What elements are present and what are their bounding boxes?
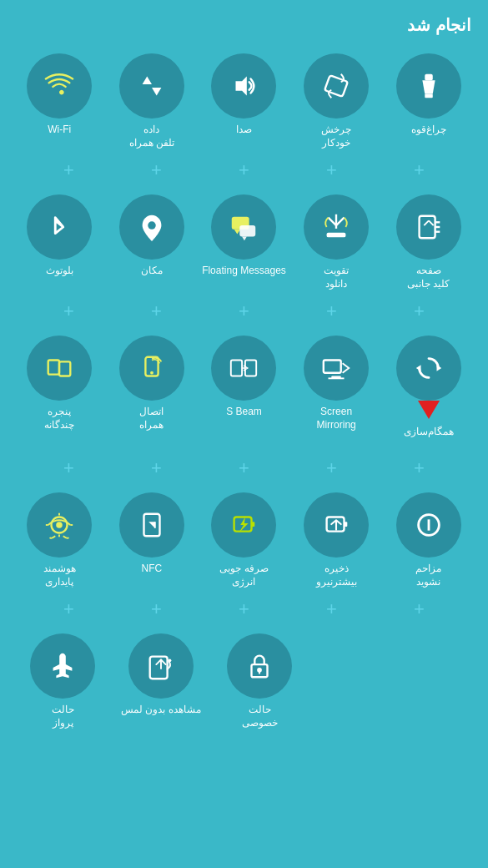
svg-rect-19 [59, 362, 70, 376]
bluetooth-label: بلوتوث [46, 265, 73, 278]
tile-nfc[interactable]: NFC [109, 492, 195, 588]
smart-stay-icon [43, 509, 75, 541]
tile-s-beam[interactable]: S Beam [201, 336, 287, 439]
data-transfer-icon [136, 70, 168, 102]
side-key-circle[interactable] [396, 194, 461, 260]
svg-rect-24 [324, 361, 341, 373]
tile-power-saving[interactable]: صرفه جوییانرژی [201, 492, 287, 588]
private-mode-label: حالتخصوصی [242, 704, 278, 729]
flashlight-label: چراغ‌قوه [411, 124, 446, 137]
connect-mobile-label: اتصالهمراه [139, 406, 164, 431]
blocking-mode-circle[interactable] [396, 492, 461, 558]
tile-data-transfer[interactable]: دادهتلفن همراه [109, 53, 195, 149]
nfc-label: NFC [142, 563, 163, 576]
data-transfer-circle[interactable] [119, 53, 184, 119]
location-icon [136, 211, 168, 243]
svg-rect-36 [345, 522, 348, 527]
nfc-icon [136, 509, 168, 541]
auto-rotate-label: چرخشخودکار [321, 124, 351, 149]
floating-messages-label: Floating Messages [202, 265, 286, 278]
svg-rect-2 [150, 84, 153, 88]
sync-circle[interactable] [396, 336, 461, 401]
svg-rect-14 [419, 216, 435, 239]
tile-multi-window[interactable]: پنجرهچندگانه [17, 336, 103, 439]
backup-circle[interactable] [304, 492, 369, 558]
smart-stay-circle[interactable] [27, 492, 92, 558]
tile-auto-rotate[interactable]: چرخشخودکار [294, 53, 380, 149]
row-3: پنجرهچندگانه اتصالهمراه [0, 326, 488, 482]
location-circle[interactable] [119, 194, 184, 260]
divider-1: + + + + + [0, 158, 488, 183]
power-saving-circle[interactable] [211, 492, 276, 558]
tile-location[interactable]: مکان [109, 194, 195, 290]
tile-floating-messages[interactable]: Floating Messages [201, 194, 287, 290]
sync-icon [413, 352, 445, 384]
tile-airplane[interactable]: حالتپرواز [17, 633, 108, 729]
svg-rect-13 [327, 233, 346, 238]
sound-circle[interactable] [211, 53, 276, 119]
power-saving-icon [228, 509, 259, 541]
svg-marker-1 [152, 88, 161, 96]
airplane-circle[interactable] [30, 633, 95, 699]
data-transfer-label: دادهتلفن همراه [129, 124, 174, 149]
side-key-icon [413, 211, 445, 243]
nfc-circle[interactable] [119, 492, 184, 558]
page-header: انجام شد [0, 0, 488, 43]
airplane-label: حالتپرواز [52, 704, 74, 729]
air-view-circle[interactable] [128, 633, 194, 699]
screen-mirroring-circle[interactable] [304, 336, 369, 401]
location-label: مکان [141, 265, 163, 278]
tile-flashlight[interactable]: چراغ‌قوه [385, 53, 471, 149]
row-1: Wi-Fi دادهتلفن همراه [0, 43, 488, 184]
blocking-mode-icon [413, 509, 445, 541]
tile-screen-mirroring[interactable]: ScreenMirroring [294, 336, 380, 439]
svg-rect-10 [240, 225, 256, 236]
row-5: حالتپرواز مشاهده بدون لمس [0, 623, 488, 739]
svg-rect-22 [231, 361, 242, 376]
svg-point-30 [56, 522, 63, 528]
wifi-icon-circle[interactable] [27, 53, 92, 119]
tile-smart-stay[interactable]: هوشمندپایداری [17, 492, 103, 588]
smart-stay-label: هوشمندپایداری [43, 563, 76, 588]
connect-mobile-circle[interactable] [119, 336, 184, 401]
screen-mirroring-label: ScreenMirroring [316, 406, 355, 431]
svg-rect-18 [48, 361, 59, 375]
download-boost-label: تقویتدانلود [324, 265, 349, 290]
flashlight-circle[interactable] [396, 53, 461, 119]
tile-sound[interactable]: صدا [201, 53, 287, 149]
tile-row-1: Wi-Fi دادهتلفن همراه [0, 45, 488, 158]
download-boost-circle[interactable] [304, 194, 369, 260]
tile-connect-mobile[interactable]: اتصالهمراه [109, 336, 195, 439]
wifi-icon [43, 70, 75, 102]
tile-wifi[interactable]: Wi-Fi [17, 53, 103, 149]
private-mode-icon [244, 650, 275, 682]
multi-window-circle[interactable] [27, 336, 92, 401]
divider-3: + + + + + [0, 456, 488, 481]
bluetooth-icon [43, 211, 75, 243]
auto-rotate-circle[interactable] [304, 53, 369, 119]
s-beam-label: S Beam [226, 406, 262, 419]
tile-blocking-mode[interactable]: مزاحمنشوید [385, 492, 471, 588]
backup-icon [320, 509, 352, 541]
s-beam-icon [228, 352, 259, 384]
bluetooth-circle[interactable] [27, 194, 92, 260]
svg-marker-3 [236, 77, 247, 96]
tile-air-view[interactable]: مشاهده بدون لمس [115, 633, 207, 729]
tile-sync[interactable]: همگام‌سازی [385, 336, 471, 439]
svg-marker-9 [234, 230, 241, 235]
svg-marker-0 [142, 77, 151, 85]
tile-backup[interactable]: ذخیرهبیشترنیرو [294, 492, 380, 588]
floating-messages-circle[interactable] [211, 194, 276, 260]
air-view-icon [145, 650, 177, 682]
download-boost-icon [320, 211, 352, 243]
svg-point-41 [169, 659, 172, 663]
air-view-label: مشاهده بدون لمس [121, 704, 201, 717]
tile-download-boost[interactable]: تقویتدانلود [294, 194, 380, 290]
s-beam-circle[interactable] [211, 336, 276, 401]
svg-rect-6 [425, 94, 433, 98]
tile-private-mode[interactable]: حالتخصوصی [214, 633, 305, 729]
tile-bluetooth[interactable]: بلوتوث [17, 194, 103, 290]
tile-row-2: بلوتوث مکان Floating Message [0, 186, 488, 299]
tile-side-key[interactable]: صفحهکلید جانبی [385, 194, 471, 290]
private-mode-circle[interactable] [227, 633, 292, 699]
